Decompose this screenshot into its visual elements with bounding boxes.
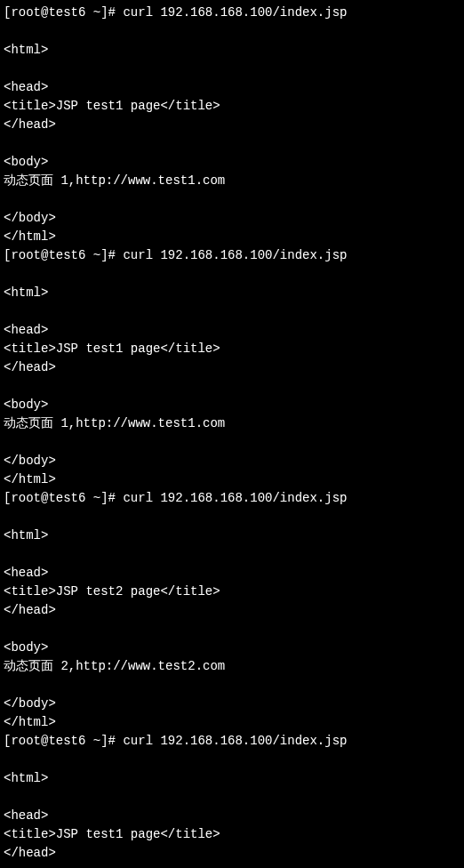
terminal-line: <html> — [4, 769, 460, 788]
terminal-line — [4, 863, 460, 868]
terminal-line: <body> — [4, 639, 460, 657]
terminal-line: <body> — [4, 153, 460, 172]
terminal-line — [4, 508, 460, 526]
terminal-line: <head> — [4, 78, 460, 97]
terminal-line: <head> — [4, 807, 460, 825]
terminal-line: <head> — [4, 321, 460, 340]
terminal-line — [4, 620, 460, 639]
terminal-line: 动态页面 2,http://www.test2.com — [4, 657, 460, 676]
terminal-line — [4, 190, 460, 209]
terminal-line: <title>JSP test2 page</title> — [4, 583, 460, 601]
terminal-line: </head> — [4, 358, 460, 377]
terminal-output: [root@test6 ~]# curl 192.168.168.100/ind… — [4, 4, 460, 868]
terminal-line: <title>JSP test1 page</title> — [4, 825, 460, 844]
terminal-line — [4, 302, 460, 321]
terminal-line: </head> — [4, 116, 460, 134]
terminal-line: [root@test6 ~]# curl 192.168.168.100/ind… — [4, 4, 460, 22]
terminal-line: </body> — [4, 209, 460, 228]
terminal-line: </html> — [4, 470, 460, 489]
terminal-line — [4, 134, 460, 153]
terminal-line: <html> — [4, 526, 460, 545]
terminal-line: <html> — [4, 284, 460, 302]
terminal-line — [4, 676, 460, 695]
terminal-line: [root@test6 ~]# curl 192.168.168.100/ind… — [4, 246, 460, 265]
terminal-line — [4, 22, 460, 41]
terminal-line: 动态页面 1,http://www.test1.com — [4, 172, 460, 190]
terminal-line: </head> — [4, 601, 460, 620]
terminal-line — [4, 377, 460, 396]
terminal-line — [4, 265, 460, 284]
terminal-line: [root@test6 ~]# curl 192.168.168.100/ind… — [4, 489, 460, 508]
terminal-line: <head> — [4, 564, 460, 583]
terminal-line: <title>JSP test1 page</title> — [4, 340, 460, 358]
terminal-line: 动态页面 1,http://www.test1.com — [4, 414, 460, 433]
terminal-line — [4, 433, 460, 452]
terminal-line — [4, 60, 460, 78]
terminal-line: <title>JSP test1 page</title> — [4, 97, 460, 116]
terminal-line: [root@test6 ~]# curl 192.168.168.100/ind… — [4, 732, 460, 751]
terminal-line: <body> — [4, 396, 460, 414]
terminal-line: </html> — [4, 228, 460, 246]
terminal-line — [4, 545, 460, 564]
terminal-line: </head> — [4, 844, 460, 863]
terminal-line: <html> — [4, 41, 460, 60]
terminal-line: </html> — [4, 713, 460, 732]
terminal-line — [4, 788, 460, 807]
terminal-line — [4, 751, 460, 769]
terminal-line: </body> — [4, 695, 460, 713]
terminal-line: </body> — [4, 452, 460, 470]
